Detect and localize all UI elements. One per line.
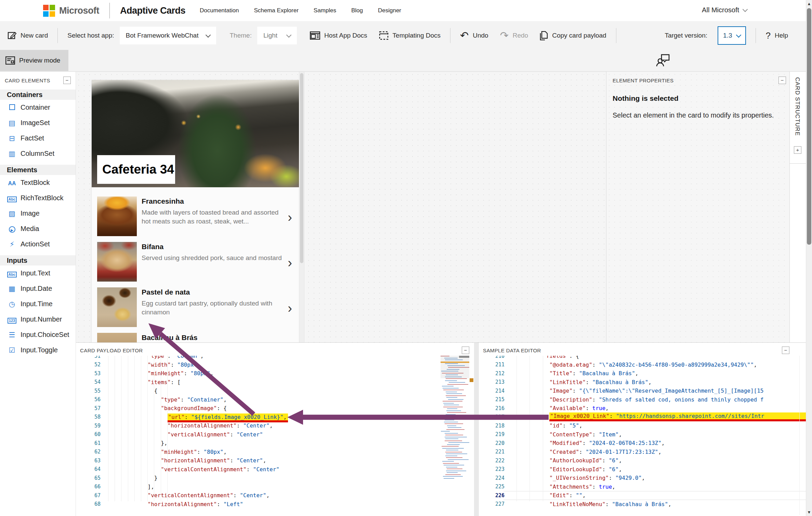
help-button[interactable]: ? Help — [765, 30, 788, 41]
sidebar-item-input-time[interactable]: ◷Input.Time — [0, 296, 76, 312]
code-line-219[interactable]: 219 "ContentType": "Item", — [479, 430, 806, 439]
microsoft-logo-icon[interactable] — [43, 5, 55, 17]
code-line-212[interactable]: 212 "Title": "Bacalhau à Brás", — [479, 369, 806, 378]
host-app-docs-button[interactable]: Host App Docs — [310, 31, 367, 40]
templating-docs-button[interactable]: Templating Docs — [379, 31, 441, 40]
input-text-icon: Abc — [7, 269, 17, 277]
code-line-68[interactable]: 68 "horizontalAlignment": "Left" — [76, 500, 474, 509]
menu-item-row[interactable]: Bacalhau à Brás› — [92, 333, 301, 342]
code-line-67[interactable]: 67 "verticalContentAlignment": "Center", — [76, 491, 474, 500]
code-line-63[interactable]: 63 "horizontalAlignment": "Center", — [76, 456, 474, 465]
code-line-225[interactable]: 225 "Attachments": true, — [479, 483, 806, 491]
collapse-panel-icon[interactable]: − — [778, 77, 786, 84]
sidebar-item-actionset[interactable]: ⚡ActionSet — [0, 236, 76, 252]
collapse-panel-icon[interactable]: − — [462, 347, 469, 354]
line-number: 223 — [479, 466, 505, 472]
code-line-55[interactable]: 55 { — [76, 386, 474, 395]
menu-item-row[interactable]: BifanaServed using shredded pork, sauce … — [92, 242, 301, 287]
code-line-215[interactable]: 215 "Description": "Shreds of salted cod… — [479, 395, 806, 404]
host-app-select[interactable]: Bot Framework WebChat — [120, 27, 216, 44]
sidebar-item-container[interactable]: Container — [0, 100, 76, 115]
scroll-up-icon[interactable]: ▲ — [806, 1, 812, 6]
theme-select[interactable]: Light — [257, 27, 297, 44]
code-line-66[interactable]: 66 ], — [76, 483, 474, 491]
adaptive-cards-designer: Microsoft Adaptive Cards DocumentationSc… — [0, 0, 812, 516]
code-line-57[interactable]: 57 "backgroundImage": { — [76, 404, 474, 413]
microsoft-wordmark[interactable]: Microsoft — [59, 5, 99, 16]
code-line-56[interactable]: 56 "type": "Container", — [76, 395, 474, 404]
redo-button[interactable]: ↷ Redo — [500, 32, 528, 39]
code-line-54[interactable]: 54 "items": [ — [76, 378, 474, 387]
code-line-213[interactable]: 213 "LinkTitle": "Bacalhau à Brás", — [479, 378, 806, 387]
scroll-down-icon[interactable]: ▼ — [806, 510, 812, 515]
sidebar-item-input-number[interactable]: 123Input.Number — [0, 312, 76, 327]
code-line-220[interactable]: 220 "Modified": "2024-02-06T04:25:13Z", — [479, 439, 806, 448]
code-line-52[interactable]: 52 "width": "80px", — [76, 361, 474, 369]
nav-link-blog[interactable]: Blog — [351, 7, 363, 14]
sidebar-item-input-date[interactable]: ▦Input.Date — [0, 281, 76, 296]
preview-mode-toggle[interactable]: Preview mode — [0, 50, 68, 71]
code-line-210[interactable]: 210 "fields": { — [479, 356, 806, 361]
sidebar-item-factset[interactable]: ⊟FactSet — [0, 131, 76, 146]
menu-item-row[interactable]: FrancesinhaMade with layers of toasted b… — [92, 196, 301, 242]
code-line-227[interactable]: 227 "LinkTitleNoMenu": "Bacalhau à Brás"… — [479, 500, 806, 509]
sidebar-item-imageset[interactable]: ▤ImageSet — [0, 115, 76, 131]
collapse-panel-icon[interactable]: − — [63, 77, 71, 84]
code-line-211[interactable]: 211 "@odata.etag": "\"a240832c-b456-4f80… — [479, 361, 806, 369]
code-line-221[interactable]: 221 "Created": "2024-01-17T17:23:13Z", — [479, 448, 806, 457]
sidebar-item-textblock[interactable]: AATextBlock — [0, 175, 76, 190]
code-line-60[interactable]: 60 "verticalAlignment": "Center" — [76, 430, 474, 439]
code-line-62[interactable]: 62 "minHeight": "80px", — [76, 448, 474, 457]
code-line-217[interactable]: 217 "Image_x0020_Link": "https://handson… — [479, 413, 806, 422]
sample-data-code-editor[interactable]: 210 "fields": {211 "@odata.etag": "\"a24… — [479, 356, 806, 515]
input-toggle-icon: ☑ — [7, 346, 17, 354]
nothing-selected-heading: Nothing is selected — [613, 94, 789, 103]
sidebar-item-media[interactable]: ▶Media — [0, 221, 76, 236]
sidebar-item-input-toggle[interactable]: ☑Input.Toggle — [0, 342, 76, 358]
menu-item-row[interactable]: Pastel de nataEgg custard tart pastry, o… — [92, 287, 301, 333]
code-line-222[interactable]: 222 "AuthorLookupId": "6", — [479, 456, 806, 465]
code-line-216[interactable]: 216 "Available": true, — [479, 404, 806, 413]
code-line-61[interactable]: 61 }, — [76, 439, 474, 448]
card-payload-code-editor[interactable]: 51 "type": "Column",52 "width": "80px",5… — [76, 356, 474, 515]
sidebar-item-richtextblock[interactable]: AbcRichTextBlock — [0, 190, 76, 206]
undo-button[interactable]: ↶ Undo — [460, 32, 488, 39]
nav-link-schema-explorer[interactable]: Schema Explorer — [254, 7, 298, 14]
code-line-223[interactable]: 223 "EditorLookupId": "6", — [479, 465, 806, 474]
code-line-65[interactable]: 65 } — [76, 474, 474, 483]
card-structure-strip[interactable]: CARD STRUCTURE + — [789, 72, 806, 342]
product-title[interactable]: Adaptive Cards — [120, 5, 185, 16]
sidebar-item-image[interactable]: ▧Image — [0, 206, 76, 221]
card-pane-scrollbar[interactable] — [299, 72, 304, 342]
code-line-59[interactable]: 59 "horizontalAlignment": "Center", — [76, 421, 474, 430]
media-icon: ▶ — [7, 225, 17, 233]
code-line-226[interactable]: 226 "Edit": "", — [479, 491, 806, 500]
sidebar-item-input-choiceset[interactable]: ☰Input.ChoiceSet — [0, 327, 76, 342]
code-line-58[interactable]: 58 "url": "${fields.Image_x0020_Link}", — [76, 413, 474, 422]
nav-link-samples[interactable]: Samples — [314, 7, 336, 14]
collapse-panel-icon[interactable]: − — [782, 347, 789, 354]
adaptive-card-preview[interactable]: Cafeteria 34 FrancesinhaMade with layers… — [92, 80, 301, 342]
code-line-53[interactable]: 53 "minHeight": "80px", — [76, 369, 474, 378]
page-scrollbar[interactable]: ▲ ▼ — [806, 0, 812, 516]
code-line-218[interactable]: 218 "id": "5", — [479, 421, 806, 430]
sidebar-item-input-text[interactable]: AbcInput.Text — [0, 266, 76, 281]
all-microsoft-menu[interactable]: All Microsoft — [702, 6, 747, 14]
menu-item-title: Pastel de nata — [142, 288, 285, 296]
sidebar-item-columnset[interactable]: ▥ColumnSet — [0, 146, 76, 161]
nav-link-designer[interactable]: Designer — [378, 7, 401, 14]
editor-minimap[interactable] — [441, 356, 469, 515]
nav-link-documentation[interactable]: Documentation — [200, 7, 239, 14]
code-line-214[interactable]: 214 "Image": "{\"fileName\":\"Reserved_I… — [479, 386, 806, 395]
target-version-select[interactable]: 1.3 — [718, 26, 746, 45]
scrollbar-thumb[interactable] — [807, 8, 811, 245]
code-line-64[interactable]: 64 "verticalContentAlignment": "Center" — [76, 465, 474, 474]
templating-docs-icon — [379, 31, 389, 40]
feedback-button[interactable] — [656, 53, 670, 68]
new-card-button[interactable]: New card — [8, 31, 48, 40]
expand-panel-icon[interactable]: + — [794, 146, 801, 154]
copy-card-payload-button[interactable]: Copy card payload — [540, 31, 606, 40]
card-structure-tab[interactable]: CARD STRUCTURE — [794, 77, 801, 136]
code-line-51[interactable]: 51 "type": "Column", — [76, 356, 474, 361]
code-line-224[interactable]: 224 "_UIVersionString": "9429.0", — [479, 474, 806, 483]
